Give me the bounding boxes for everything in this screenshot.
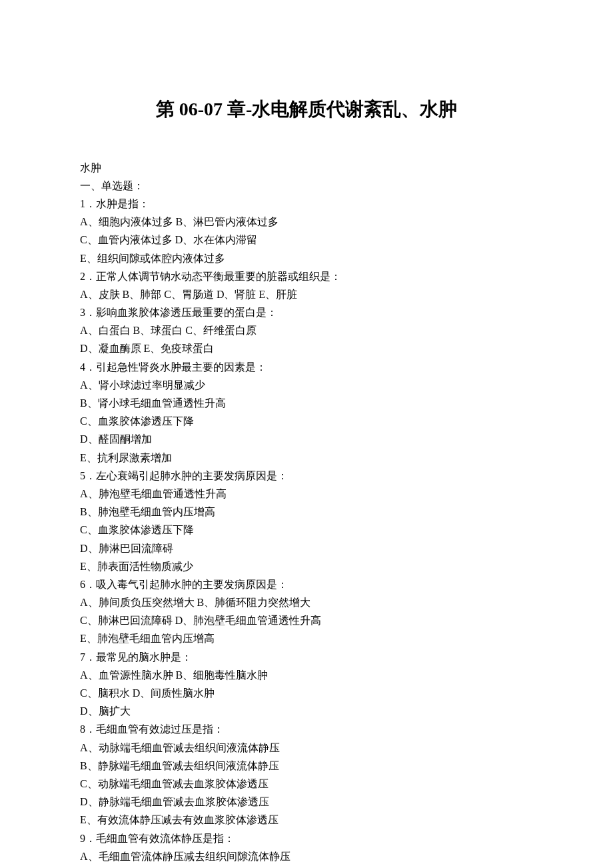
text-line: E、有效流体静压减去有效血浆胶体渗透压: [80, 811, 533, 829]
text-line: C、脑积水 D、间质性脑水肿: [80, 684, 533, 702]
text-line: D、静脉端毛细血管减去血浆胶体渗透压: [80, 793, 533, 811]
text-line: 2．正常人体调节钠水动态平衡最重要的脏器或组织是：: [80, 267, 533, 285]
text-line: B、肺泡壁毛细血管内压增高: [80, 503, 533, 521]
text-line: A、细胞内液体过多 B、淋巴管内液体过多: [80, 213, 533, 231]
text-line: E、抗利尿激素增加: [80, 449, 533, 467]
text-line: 9．毛细血管有效流体静压是指：: [80, 829, 533, 847]
text-line: D、醛固酮增加: [80, 430, 533, 448]
text-line: 7．最常见的脑水肿是：: [80, 648, 533, 666]
text-line: A、皮肤 B、肺部 C、胃肠道 D、肾脏 E、肝脏: [80, 285, 533, 303]
text-line: B、肾小球毛细血管通透性升高: [80, 394, 533, 412]
text-line: B、静脉端毛细血管减去组织间液流体静压: [80, 757, 533, 775]
text-line: D、脑扩大: [80, 702, 533, 720]
text-line: 4．引起急性肾炎水肿最主要的因素是：: [80, 358, 533, 376]
text-line: A、白蛋白 B、球蛋白 C、纤维蛋白原: [80, 321, 533, 339]
text-line: D、凝血酶原 E、免疫球蛋白: [80, 339, 533, 357]
text-line: D、肺淋巴回流障碍: [80, 539, 533, 557]
text-line: A、肺泡壁毛细血管通透性升高: [80, 485, 533, 503]
text-line: 一、单选题：: [80, 177, 533, 195]
text-line: E、肺表面活性物质减少: [80, 557, 533, 575]
document-title: 第 06-07 章-水电解质代谢紊乱、水肿: [80, 93, 533, 125]
text-line: 8．毛细血管有效滤过压是指：: [80, 720, 533, 738]
text-line: C、血管内液体过多 D、水在体内滞留: [80, 231, 533, 249]
text-line: A、肾小球滤过率明显减少: [80, 376, 533, 394]
text-line: C、动脉端毛细血管减去血浆胶体渗透压: [80, 775, 533, 793]
text-line: A、血管源性脑水肿 B、细胞毒性脑水肿: [80, 666, 533, 684]
text-line: C、肺淋巴回流障碍 D、肺泡壁毛细血管通透性升高: [80, 611, 533, 629]
text-line: 1．水肿是指：: [80, 195, 533, 213]
text-line: E、肺泡壁毛细血管内压增高: [80, 629, 533, 647]
text-line: 水肿: [80, 159, 533, 177]
text-line: 3．影响血浆胶体渗透压最重要的蛋白是：: [80, 303, 533, 321]
text-line: 5．左心衰竭引起肺水肿的主要发病原因是：: [80, 467, 533, 485]
text-line: C、血浆胶体渗透压下降: [80, 412, 533, 430]
text-line: A、肺间质负压突然增大 B、肺循环阻力突然增大: [80, 593, 533, 611]
text-line: E、组织间隙或体腔内液体过多: [80, 249, 533, 267]
text-line: A、动脉端毛细血管减去组织间液流体静压: [80, 739, 533, 757]
text-line: 6．吸入毒气引起肺水肿的主要发病原因是：: [80, 575, 533, 593]
text-line: A、毛细血管流体静压减去组织间隙流体静压: [80, 847, 533, 865]
document-body: 水肿一、单选题：1．水肿是指：A、细胞内液体过多 B、淋巴管内液体过多C、血管内…: [80, 159, 533, 865]
text-line: C、血浆胶体渗透压下降: [80, 521, 533, 539]
